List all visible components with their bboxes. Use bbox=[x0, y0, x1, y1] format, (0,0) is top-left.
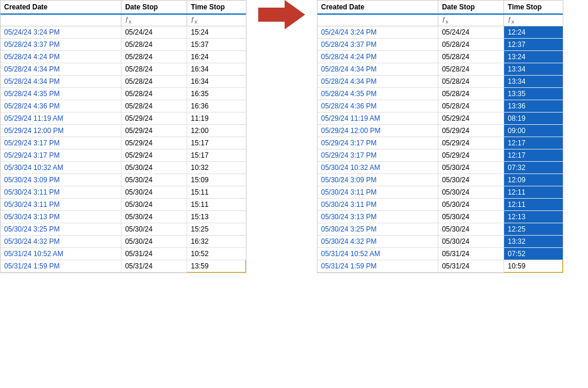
right-table-row: 05/30/24 3:09 PM05/30/2412:09 bbox=[317, 174, 563, 186]
left-cell-timestop: 15:17 bbox=[187, 149, 246, 162]
right-cell-created: 05/30/24 3:09 PM bbox=[317, 174, 438, 186]
right-cell-created: 05/29/24 3:17 PM bbox=[317, 137, 438, 149]
left-fx-empty bbox=[1, 14, 121, 26]
left-cell-datestop: 05/29/24 bbox=[121, 149, 187, 162]
left-table-row: 05/31/24 1:59 PM05/31/2413:59 bbox=[1, 260, 246, 273]
left-panel: Created Date Date Stop Time Stop ƒx ƒx 0… bbox=[0, 0, 246, 273]
left-cell-timestop: 15:11 bbox=[187, 186, 246, 199]
left-cell-datestop: 05/29/24 bbox=[121, 137, 187, 149]
right-cell-datestop: 05/28/24 bbox=[438, 63, 504, 76]
left-cell-timestop: 16:32 bbox=[187, 236, 246, 248]
right-cell-timestop: 13:35 bbox=[504, 88, 563, 100]
left-cell-created: 05/29/24 11:19 AM bbox=[1, 113, 121, 125]
right-header-created: Created Date bbox=[317, 1, 438, 14]
left-table-row: 05/30/24 3:09 PM05/30/2415:09 bbox=[1, 174, 246, 186]
left-cell-created: 05/30/24 3:09 PM bbox=[1, 174, 121, 186]
right-cell-created: 05/28/24 4:34 PM bbox=[317, 63, 438, 76]
right-cell-timestop: 12:09 bbox=[504, 174, 563, 186]
right-cell-datestop: 05/28/24 bbox=[438, 51, 504, 63]
right-cell-created: 05/30/24 3:13 PM bbox=[317, 211, 438, 223]
left-table-row: 05/28/24 3:37 PM05/28/2415:37 bbox=[1, 39, 246, 51]
right-cell-created: 05/28/24 4:35 PM bbox=[317, 88, 438, 100]
left-table-row: 05/31/24 10:52 AM05/31/2410:52 bbox=[1, 248, 246, 260]
right-table-row: 05/31/24 1:59 PM05/31/2410:59 bbox=[317, 260, 563, 273]
right-cell-created: 05/31/24 1:59 PM bbox=[317, 260, 438, 273]
left-cell-timestop: 12:00 bbox=[187, 125, 246, 137]
right-cell-datestop: 05/30/24 bbox=[438, 174, 504, 186]
left-cell-timestop: 15:37 bbox=[187, 39, 246, 51]
right-table-row: 05/30/24 3:25 PM05/30/2412:25 bbox=[317, 223, 563, 236]
left-cell-timestop: 16:34 bbox=[187, 63, 246, 76]
left-cell-created: 05/30/24 4:32 PM bbox=[1, 236, 121, 248]
right-cell-created: 05/30/24 3:25 PM bbox=[317, 223, 438, 236]
right-cell-datestop: 05/29/24 bbox=[438, 137, 504, 149]
left-cell-timestop: 16:35 bbox=[187, 88, 246, 100]
right-cell-created: 05/31/24 10:52 AM bbox=[317, 248, 438, 260]
right-cell-timestop: 10:59 bbox=[504, 260, 563, 273]
right-cell-datestop: 05/29/24 bbox=[438, 149, 504, 162]
left-fx-datestop: ƒx bbox=[121, 14, 187, 26]
right-table-row: 05/29/24 3:17 PM05/29/2412:17 bbox=[317, 137, 563, 149]
left-cell-timestop: 11:19 bbox=[187, 113, 246, 125]
left-table-row: 05/30/24 3:11 PM05/30/2415:11 bbox=[1, 199, 246, 211]
left-cell-timestop: 10:52 bbox=[187, 248, 246, 260]
right-cell-timestop: 13:34 bbox=[504, 63, 563, 76]
left-cell-timestop: 16:24 bbox=[187, 51, 246, 63]
right-cell-timestop: 08:19 bbox=[504, 113, 563, 125]
left-header-created: Created Date bbox=[1, 1, 121, 14]
right-cell-created: 05/24/24 3:24 PM bbox=[317, 26, 438, 39]
right-cell-timestop: 12:13 bbox=[504, 211, 563, 223]
left-table-row: 05/30/24 3:11 PM05/30/2415:11 bbox=[1, 186, 246, 199]
right-cell-created: 05/28/24 3:37 PM bbox=[317, 39, 438, 51]
right-fx-timestop: ƒx bbox=[504, 14, 563, 26]
left-table-row: 05/28/24 4:34 PM05/28/2416:34 bbox=[1, 63, 246, 76]
left-table-row: 05/24/24 3:24 PM05/24/2415:24 bbox=[1, 26, 246, 39]
left-cell-timestop: 15:13 bbox=[187, 211, 246, 223]
left-cell-created: 05/30/24 3:11 PM bbox=[1, 186, 121, 199]
left-header-timestop: Time Stop bbox=[187, 1, 246, 14]
left-cell-created: 05/31/24 10:52 AM bbox=[1, 248, 121, 260]
left-cell-created: 05/28/24 3:37 PM bbox=[1, 39, 121, 51]
right-cell-datestop: 05/30/24 bbox=[438, 223, 504, 236]
right-cell-timestop: 12:11 bbox=[504, 199, 563, 211]
left-cell-timestop: 16:36 bbox=[187, 100, 246, 113]
right-table-row: 05/28/24 4:34 PM05/28/2413:34 bbox=[317, 63, 563, 76]
left-cell-datestop: 05/30/24 bbox=[121, 223, 187, 236]
right-cell-timestop: 12:25 bbox=[504, 223, 563, 236]
left-cell-datestop: 05/29/24 bbox=[121, 113, 187, 125]
left-cell-created: 05/24/24 3:24 PM bbox=[1, 26, 121, 39]
left-cell-created: 05/30/24 3:11 PM bbox=[1, 199, 121, 211]
left-cell-datestop: 05/24/24 bbox=[121, 26, 187, 39]
left-cell-created: 05/30/24 10:32 AM bbox=[1, 162, 121, 174]
right-table-row: 05/31/24 10:52 AM05/31/2407:52 bbox=[317, 248, 563, 260]
right-table-row: 05/29/24 11:19 AM05/29/2408:19 bbox=[317, 113, 563, 125]
right-table-row: 05/28/24 4:34 PM05/28/2413:34 bbox=[317, 76, 563, 88]
left-table-row: 05/29/24 11:19 AM05/29/2411:19 bbox=[1, 113, 246, 125]
right-cell-datestop: 05/31/24 bbox=[438, 260, 504, 273]
right-table: Created Date Date Stop Time Stop ƒx ƒx 0… bbox=[317, 1, 563, 273]
right-table-row: 05/28/24 4:24 PM05/28/2413:24 bbox=[317, 51, 563, 63]
left-cell-datestop: 05/28/24 bbox=[121, 100, 187, 113]
left-table-row: 05/30/24 3:13 PM05/30/2415:13 bbox=[1, 211, 246, 223]
right-arrow-icon bbox=[258, 0, 305, 29]
right-cell-timestop: 13:24 bbox=[504, 51, 563, 63]
right-fx-datestop: ƒx bbox=[438, 14, 504, 26]
left-cell-datestop: 05/28/24 bbox=[121, 88, 187, 100]
right-cell-datestop: 05/29/24 bbox=[438, 125, 504, 137]
left-table-row: 05/30/24 10:32 AM05/30/2410:32 bbox=[1, 162, 246, 174]
right-table-row: 05/30/24 10:32 AM05/30/2407:32 bbox=[317, 162, 563, 174]
left-table-row: 05/30/24 3:25 PM05/30/2415:25 bbox=[1, 223, 246, 236]
right-cell-created: 05/28/24 4:34 PM bbox=[317, 76, 438, 88]
left-table-row: 05/28/24 4:24 PM05/28/2416:24 bbox=[1, 51, 246, 63]
left-cell-created: 05/29/24 12:00 PM bbox=[1, 125, 121, 137]
right-table-row: 05/29/24 3:17 PM05/29/2412:17 bbox=[317, 149, 563, 162]
right-cell-datestop: 05/28/24 bbox=[438, 100, 504, 113]
left-cell-timestop: 16:34 bbox=[187, 76, 246, 88]
left-cell-datestop: 05/28/24 bbox=[121, 76, 187, 88]
left-cell-created: 05/30/24 3:13 PM bbox=[1, 211, 121, 223]
left-cell-timestop: 10:32 bbox=[187, 162, 246, 174]
right-cell-created: 05/30/24 3:11 PM bbox=[317, 186, 438, 199]
right-table-row: 05/28/24 4:36 PM05/28/2413:36 bbox=[317, 100, 563, 113]
right-cell-datestop: 05/31/24 bbox=[438, 248, 504, 260]
left-cell-created: 05/28/24 4:35 PM bbox=[1, 88, 121, 100]
